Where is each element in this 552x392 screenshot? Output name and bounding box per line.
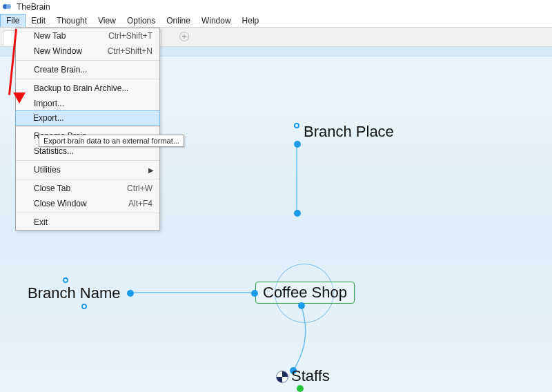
menuitem-backup[interactable]: Backup to Brain Archive... [16, 79, 159, 96]
menu-view[interactable]: View [92, 14, 121, 27]
menuitem-import[interactable]: Import... [16, 96, 159, 111]
menu-thought[interactable]: Thought [51, 14, 92, 27]
menu-help[interactable]: Help [237, 14, 265, 27]
menuitem-utilities[interactable]: Utilities ▶ [16, 160, 159, 177]
menuitem-label: Import... [34, 99, 64, 108]
menu-window[interactable]: Window [196, 14, 237, 27]
node-child[interactable]: Staffs [276, 367, 330, 385]
menuitem-close-tab[interactable]: Close Tab Ctrl+W [16, 179, 159, 196]
node-sibling[interactable]: Branch Name [28, 284, 121, 302]
file-menu-dropdown: New Tab Ctrl+Shift+T New Window Ctrl+Shi… [15, 28, 160, 231]
menuitem-label: Create Brain... [34, 65, 87, 75]
node-child-label: Staffs [291, 367, 330, 384]
node-port[interactable] [294, 141, 301, 148]
menuitem-label: Close Window [34, 199, 87, 208]
menuitem-close-window[interactable]: Close Window Alt+F4 [16, 196, 159, 211]
node-port-open[interactable] [294, 123, 299, 128]
menuitem-label: New Window [34, 46, 82, 56]
menuitem-shortcut: Ctrl+Shift+N [108, 46, 152, 56]
menuitem-label: Backup to Brain Archive... [34, 84, 128, 93]
export-tooltip: Export brain data to an external format.… [39, 135, 184, 147]
new-tab-button[interactable]: + [179, 32, 189, 41]
menuitem-label: Export... [33, 113, 64, 123]
app-title: TheBrain [17, 2, 50, 12]
title-bar: TheBrain [0, 0, 552, 14]
node-port-open[interactable] [63, 277, 68, 283]
menuitem-new-window[interactable]: New Window Ctrl+Shift+N [16, 43, 159, 59]
menu-online[interactable]: Online [161, 14, 196, 27]
menu-bar: File Edit Thought View Options Online Wi… [0, 14, 552, 28]
menuitem-export[interactable]: Export... [15, 110, 160, 126]
submenu-arrow-icon: ▶ [148, 166, 154, 174]
menuitem-new-tab[interactable]: New Tab Ctrl+Shift+T [16, 28, 159, 43]
menuitem-label: Statistics... [34, 146, 74, 156]
node-port[interactable] [251, 290, 258, 297]
menu-edit[interactable]: Edit [26, 14, 51, 27]
menuitem-label: Close Tab [34, 184, 70, 193]
menuitem-shortcut: Ctrl+Shift+T [108, 31, 152, 41]
node-port-child[interactable] [297, 385, 304, 392]
menuitem-exit[interactable]: Exit [16, 213, 159, 230]
menuitem-create-brain[interactable]: Create Brain... [16, 60, 159, 77]
menu-file[interactable]: File [0, 14, 26, 27]
menuitem-label: New Tab [34, 31, 66, 41]
thought-type-icon [276, 371, 288, 383]
node-port[interactable] [298, 302, 305, 309]
node-port[interactable] [294, 210, 301, 217]
node-port-open[interactable] [81, 304, 87, 309]
menuitem-label: Utilities [34, 165, 61, 175]
annotation-arrow-head [13, 92, 26, 104]
menuitem-shortcut: Alt+F4 [128, 199, 152, 208]
node-parent[interactable]: Branch Place [304, 123, 394, 141]
node-port[interactable] [127, 290, 134, 297]
node-center[interactable]: Coffee Shop [255, 282, 355, 304]
app-icon [3, 2, 12, 12]
menu-options[interactable]: Options [121, 14, 161, 27]
menuitem-shortcut: Ctrl+W [127, 184, 152, 193]
menuitem-label: Exit [34, 217, 48, 227]
